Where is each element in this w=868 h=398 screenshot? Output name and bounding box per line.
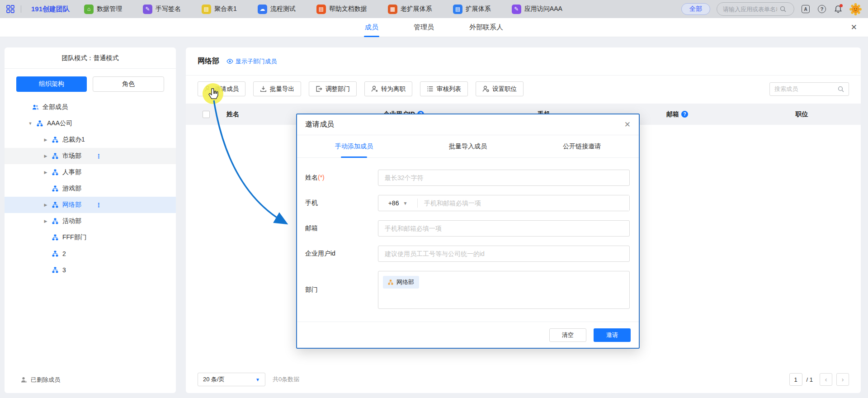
tree-item-dept[interactable]: ▶ 人事部 — [5, 164, 176, 180]
notification-badge — [840, 4, 843, 7]
tab-members[interactable]: 成员 — [365, 18, 378, 37]
user-avatar[interactable] — [849, 3, 862, 15]
caret-down-icon[interactable]: ▼ — [28, 121, 33, 126]
app-item-app-access[interactable]: ✎ 应用访问AAA — [512, 5, 562, 14]
contacts-icon[interactable]: A — [801, 4, 811, 14]
adjust-department-button[interactable]: 调整部门 — [309, 81, 357, 96]
phone-field[interactable] — [418, 195, 629, 211]
app-label: 应用访问AAA — [524, 5, 562, 13]
tree-item-dept-selected[interactable]: ▶ 网络部 ⋮ — [5, 197, 176, 213]
org-icon — [37, 120, 43, 127]
tree-item-dept[interactable]: ▶ 市场部 ⋮ — [5, 148, 176, 164]
app-item-help-docs[interactable]: ▤ 帮助文档数据 — [316, 5, 367, 14]
prev-page-button[interactable]: ‹ — [820, 373, 832, 386]
invite-button[interactable]: 邀请 — [594, 328, 631, 342]
tab-external-contacts[interactable]: 外部联系人 — [469, 18, 503, 37]
caret-right-icon[interactable]: ▶ — [43, 170, 48, 175]
member-search[interactable] — [769, 82, 849, 96]
name-field-label: 姓名(*) — [305, 174, 378, 182]
invite-method-tabs: 手动添加成员 批量导入成员 公开链接邀请 — [297, 135, 639, 158]
app-item-aggregate-table[interactable]: ▤ 聚合表1 — [202, 5, 237, 14]
tab-manual-add[interactable]: 手动添加成员 — [297, 135, 411, 157]
pagination-bar: 20 条/页 ▼ 共0条数据 1 / 1 ‹ › — [198, 371, 849, 388]
tab-public-link[interactable]: 公开链接邀请 — [525, 135, 639, 157]
org-sidebar: 团队模式：普通模式 组织架构 角色 全部成员 ▼ AAA公司 ▶ 总裁办1 ▶ — [5, 47, 176, 393]
phone-field-label: 手机 — [305, 199, 378, 207]
app-item-signature[interactable]: ✎ 手写签名 — [143, 5, 181, 14]
caret-right-icon[interactable]: ▶ — [43, 137, 48, 142]
app-label: 老扩展体系 — [401, 5, 432, 13]
app-item-old-extension[interactable]: ▦ 老扩展体系 — [388, 5, 432, 14]
tab-admins[interactable]: 管理员 — [414, 18, 434, 37]
role-tab[interactable]: 角色 — [93, 76, 164, 92]
global-search[interactable] — [717, 2, 794, 16]
tree-item-label: FFF部门 — [62, 233, 87, 242]
org-icon — [52, 234, 59, 241]
email-field-label: 邮箱 — [305, 224, 378, 232]
current-page-box[interactable]: 1 — [789, 373, 802, 386]
member-search-input[interactable] — [774, 85, 835, 92]
tab-batch-import[interactable]: 批量导入成员 — [411, 135, 525, 157]
set-position-button[interactable]: 设置职位 — [476, 81, 524, 96]
help-icon[interactable]: ? — [817, 4, 827, 14]
app-item-extension[interactable]: ▤ 扩展体系 — [453, 5, 491, 14]
deleted-members-link[interactable]: 已删除成员 — [21, 376, 60, 384]
team-mode-label: 团队模式：普通模式 — [5, 47, 176, 69]
mark-resigned-button[interactable]: 转为离职 — [364, 81, 412, 96]
tree-item-dept[interactable]: ▶ 活动部 — [5, 213, 176, 229]
notification-bell-icon[interactable] — [833, 4, 843, 14]
app-icon: ▤ — [453, 5, 462, 14]
search-icon — [838, 86, 844, 92]
org-icon — [52, 153, 59, 159]
org-icon — [52, 137, 59, 143]
tree-item-label: 人事部 — [62, 168, 81, 176]
org-icon — [52, 202, 59, 208]
clear-button[interactable]: 清空 — [549, 328, 586, 342]
app-shortcut-list: ⌂ 数据管理 ✎ 手写签名 ▤ 聚合表1 ☁ 流程测试 ▤ 帮助文档数据 ▦ 老… — [84, 5, 675, 14]
app-icon: ☁ — [258, 5, 267, 14]
app-item-flow-test[interactable]: ☁ 流程测试 — [258, 5, 296, 14]
help-tooltip-icon[interactable]: ? — [681, 111, 688, 118]
tree-item-label: 活动部 — [62, 217, 81, 225]
tree-item-dept[interactable]: 2 — [5, 246, 176, 262]
name-field[interactable] — [378, 170, 630, 186]
caret-right-icon[interactable]: ▶ — [43, 219, 48, 223]
apps-grid-icon[interactable] — [6, 5, 14, 13]
modal-close-icon[interactable]: ✕ — [624, 120, 631, 129]
app-label: 手写签名 — [156, 5, 181, 13]
next-page-button[interactable]: › — [836, 373, 849, 386]
topbar-divider — [21, 5, 21, 13]
caret-right-icon[interactable]: ▶ — [43, 154, 48, 158]
department-picker[interactable]: 网络部 — [378, 271, 630, 309]
email-field[interactable] — [378, 220, 630, 237]
tree-item-label: 3 — [62, 266, 66, 274]
tree-item-company[interactable]: ▼ AAA公司 — [5, 115, 176, 132]
app-icon: ▦ — [388, 5, 397, 14]
tree-item-dept[interactable]: 3 — [5, 262, 176, 278]
select-all-checkbox[interactable] — [203, 111, 210, 118]
review-list-button[interactable]: 审核列表 — [420, 81, 468, 96]
more-actions-icon[interactable]: ⋮ — [96, 153, 102, 160]
caret-right-icon[interactable]: ▶ — [43, 203, 48, 207]
tree-item-dept[interactable]: FFF部门 — [5, 229, 176, 246]
global-search-input[interactable] — [723, 6, 777, 13]
tree-item-all-members[interactable]: 全部成员 — [5, 99, 176, 115]
close-icon[interactable]: ✕ — [851, 23, 857, 32]
department-tag[interactable]: 网络部 — [383, 276, 419, 289]
enterprise-user-id-field[interactable] — [378, 246, 630, 262]
team-name[interactable]: 191创建团队 — [31, 5, 70, 14]
batch-export-button[interactable]: 批量导出 — [253, 81, 301, 96]
more-actions-icon[interactable]: ⋮ — [96, 202, 102, 208]
show-sub-department-link[interactable]: 显示子部门成员 — [226, 57, 277, 66]
all-apps-filter[interactable]: 全部 — [681, 3, 710, 15]
invite-member-button[interactable]: 邀请成员 — [198, 81, 245, 96]
tree-item-dept[interactable]: ▶ 总裁办1 — [5, 132, 176, 148]
app-item-data-management[interactable]: ⌂ 数据管理 — [84, 5, 122, 14]
tree-item-dept[interactable]: 游戏部 — [5, 180, 176, 197]
tree-item-label: 游戏部 — [62, 185, 81, 193]
app-icon: ▤ — [316, 5, 326, 14]
country-code-select[interactable]: +86 ▼ — [378, 199, 417, 207]
list-icon — [427, 86, 434, 92]
page-size-select[interactable]: 20 条/页 ▼ — [198, 373, 265, 386]
org-structure-tab[interactable]: 组织架构 — [16, 76, 87, 92]
